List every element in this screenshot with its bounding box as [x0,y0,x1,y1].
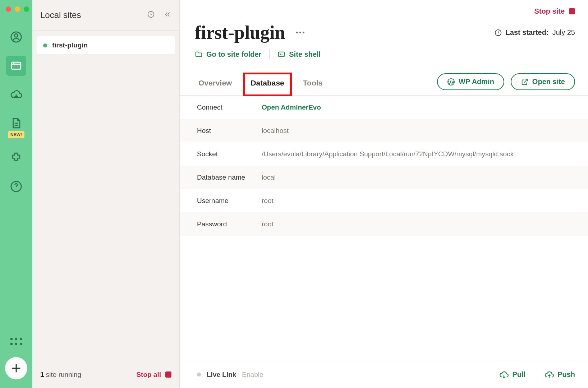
detail-key: Username [197,197,262,205]
rail-addons-icon[interactable] [6,148,26,168]
rail-blueprints-icon[interactable]: NEW! [6,113,26,133]
collapse-sidebar-icon[interactable] [164,10,171,20]
close-window-dot[interactable] [6,6,11,12]
svg-rect-14 [279,52,285,57]
rail-sites-icon[interactable] [6,56,26,76]
detail-key: Host [197,127,262,135]
live-link-enable-button[interactable]: Enable [242,371,263,379]
window-controls [6,0,29,23]
live-link-label: Live Link [207,371,236,379]
detail-row: Database namelocal [180,166,588,189]
detail-key: Connect [197,103,262,111]
detail-value: localhost [262,127,289,135]
cloud-upload-icon [545,370,554,379]
tab-database[interactable]: Database [244,74,290,95]
detail-row: Usernameroot [180,189,588,212]
tab-overview[interactable]: Overview [197,74,233,95]
detail-row: ConnectOpen AdminerEvo [180,96,588,119]
site-status-dot [43,43,47,47]
rail-help-icon[interactable] [6,176,26,197]
sidebar-header: Local sites [32,0,179,31]
minimize-window-dot[interactable] [15,6,20,12]
open-site-button[interactable]: Open site [511,73,575,90]
sites-running-label: 1 site running [40,371,81,379]
folder-icon [195,50,203,58]
detail-key: Password [197,220,262,228]
live-link-status-dot [197,373,201,377]
push-button[interactable]: Push [545,370,575,379]
site-menu-button[interactable] [294,27,306,38]
main-panel: Stop site first-plugin Last started: Jul… [180,0,588,388]
stop-icon [165,371,171,378]
pull-button[interactable]: Pull [499,370,525,379]
rail-cloud-icon[interactable] [6,84,26,105]
sidebar-title: Local sites [40,10,81,20]
rail-account-icon[interactable] [6,27,26,47]
detail-value: local [262,174,276,181]
detail-row: Passwordroot [180,212,588,236]
detail-key: Socket [197,150,262,158]
database-details-table: ConnectOpen AdminerEvoHostlocalhostSocke… [180,96,588,236]
site-item-name: first-plugin [52,41,88,49]
site-shell-link[interactable]: Site shell [277,50,321,59]
terminal-icon [277,50,285,58]
detail-row: Hostlocalhost [180,119,588,142]
site-title: first-plugin [195,22,285,43]
stop-icon [569,8,575,14]
tab-tools[interactable]: Tools [302,74,324,95]
site-list-item[interactable]: first-plugin [37,36,175,54]
external-link-icon [521,78,529,86]
last-started: Last started: July 25 [494,28,575,37]
cloud-download-icon [499,370,509,379]
detail-value: root [262,220,274,228]
sidebar: Local sites first-plugin 1 site running … [32,0,180,388]
detail-row: Socket/Users/evula/Library/Application S… [180,142,588,166]
divider [269,50,270,59]
rail-add-site-button[interactable] [5,357,27,379]
rail-apps-grid-icon[interactable] [9,334,23,348]
stop-all-button[interactable]: Stop all [136,371,171,379]
sidebar-footer: 1 site running Stop all [32,361,179,388]
wordpress-icon [447,78,455,86]
recent-icon[interactable] [147,10,155,20]
svg-rect-2 [12,62,21,69]
detail-value: root [262,197,274,205]
maximize-window-dot[interactable] [24,6,29,12]
new-badge: NEW! [8,131,24,138]
svg-point-9 [16,189,17,189]
tabs: Overview Database Tools [180,74,324,95]
svg-point-1 [14,34,18,37]
divider [535,368,535,381]
detail-key: Database name [197,174,262,181]
main-footer: Live Link Enable Pull Push [180,361,588,388]
site-list: first-plugin [32,31,179,361]
stop-site-button[interactable]: Stop site [534,7,565,15]
detail-value: /Users/evula/Library/Application Support… [262,150,514,158]
go-to-folder-link[interactable]: Go to site folder [195,50,261,59]
clock-icon [494,29,502,37]
left-rail: NEW! [0,0,32,388]
wp-admin-button[interactable]: WP Admin [437,73,504,90]
detail-value-link[interactable]: Open AdminerEvo [262,103,321,111]
